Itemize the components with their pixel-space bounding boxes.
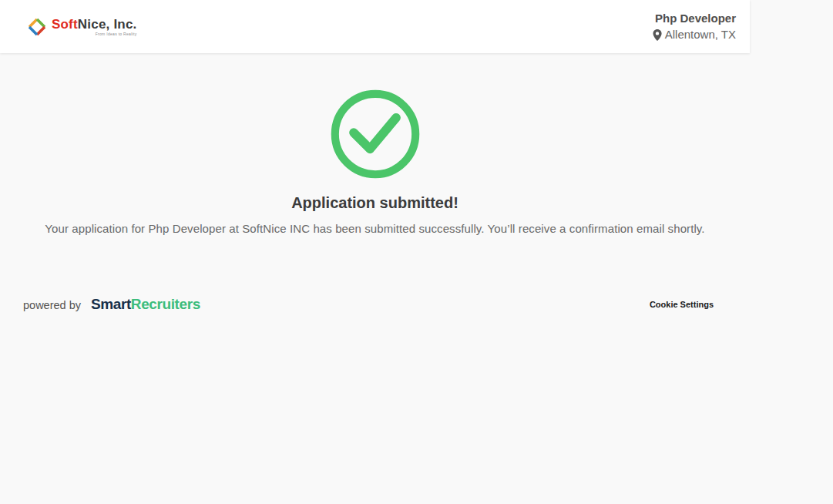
softnice-logo[interactable]: SoftNice, Inc. From Ideas to Reality	[27, 17, 137, 37]
success-check-icon	[331, 89, 420, 179]
smartrecruiters-link[interactable]: powered by SmartRecruiters	[23, 296, 200, 313]
smartrecruiters-logo-smart: Smart	[91, 296, 131, 312]
job-info: Php Developer Allentown, TX	[653, 10, 736, 44]
job-title: Php Developer	[653, 10, 736, 26]
smartrecruiters-logo: SmartRecruiters	[91, 296, 200, 313]
smartrecruiters-logo-recruiters: Recruiters	[131, 296, 200, 312]
page-column: SoftNice, Inc. From Ideas to Reality Php…	[0, 0, 750, 504]
footer-row: powered by SmartRecruiters Cookie Settin…	[0, 296, 750, 313]
confirmation-message: Your application for Php Developer at So…	[0, 222, 750, 235]
job-location-text: Allentown, TX	[665, 26, 736, 44]
softnice-wordmark: SoftNice, Inc. From Ideas to Reality	[52, 18, 137, 36]
confirmation-section: Application submitted! Your application …	[0, 89, 750, 235]
logo-tagline: From Ideas to Reality	[52, 32, 137, 36]
logo-text-nice: Nice, Inc.	[78, 17, 137, 32]
page-title: Application submitted!	[0, 194, 750, 212]
powered-by-label: powered by	[23, 299, 81, 311]
cookie-settings-button[interactable]: Cookie Settings	[650, 300, 714, 309]
job-location: Allentown, TX	[653, 26, 736, 44]
logo-text-soft: Soft	[52, 17, 78, 32]
location-pin-icon	[653, 29, 662, 41]
page-header: SoftNice, Inc. From Ideas to Reality Php…	[0, 0, 750, 53]
softnice-diamond-icon	[27, 17, 47, 37]
